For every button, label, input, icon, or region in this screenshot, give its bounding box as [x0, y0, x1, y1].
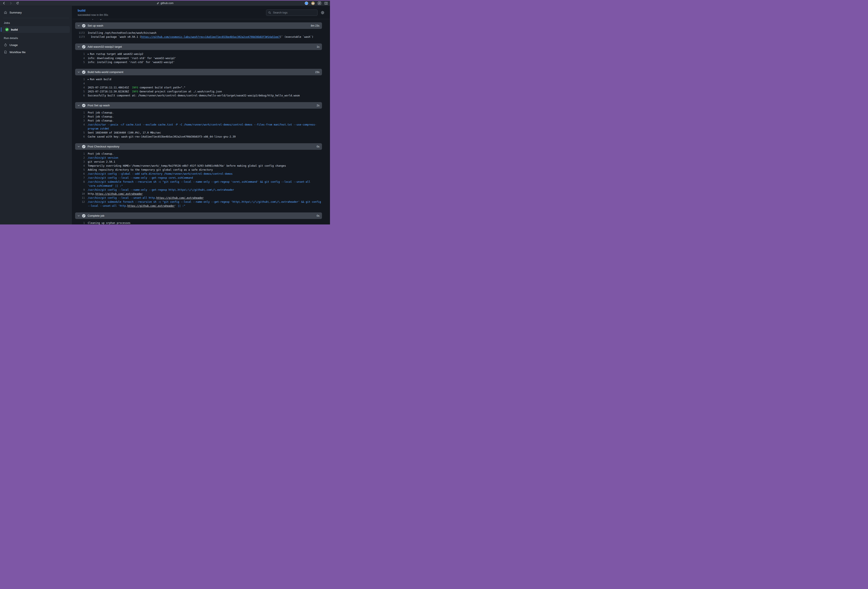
log-segment: /usr/bin/git config --local --name-only …	[88, 176, 193, 179]
log-line-text: 2025-07-23T16:11:11.486143Z INFO compone…	[88, 86, 322, 90]
section-lines: 1Post job cleanup.2Post job cleanup.3Pos…	[75, 109, 322, 141]
section-title: Post Set up wash	[87, 104, 110, 107]
log-line-text	[88, 82, 322, 86]
log-line-text: /usr/bin/git submodule foreach --recursi…	[88, 180, 322, 188]
reload-icon	[16, 2, 19, 5]
log-line-text: /usr/bin/git config --local --name-only …	[88, 176, 322, 180]
line-number: 1	[75, 77, 85, 82]
log-line: 1171Compiling wash v0.50.1	[75, 19, 322, 21]
log-segment: Post job cleanup.	[88, 152, 114, 155]
log-line: 3Post job cleanup.	[75, 119, 322, 123]
line-number: 4	[75, 164, 85, 168]
line-number: 4	[75, 56, 85, 61]
log-section-header[interactable]: Set up wash8m 23s	[75, 22, 322, 29]
log-line: 5Adding repository directory to the temp…	[75, 168, 322, 172]
sidebar-item-workflow-file[interactable]: Workflow file	[0, 49, 72, 56]
step-success-icon	[82, 24, 86, 27]
log-line: 5info: installing component 'rust-std' f…	[75, 61, 322, 64]
job-header: build succeeded now in 8m 55s	[72, 6, 330, 19]
log-section-header[interactable]: Add wasm32-wasip2 target1s	[75, 43, 322, 50]
log-segment: /usr/bin/git version	[88, 156, 118, 159]
log-link[interactable]: https://github.com/cosmonic-labs/wash?re…	[141, 35, 280, 38]
log-line-text: Installed package `wash v0.50.1 (https:/…	[88, 35, 322, 39]
section-lines: 1▶Run wash build442025-07-23T16:11:11.48…	[75, 75, 322, 100]
section-lines: 1Post job cleanup.2/usr/bin/git version3…	[75, 150, 322, 211]
avatar-icon	[311, 1, 315, 5]
line-number: 1	[75, 221, 85, 224]
section-title: Complete job	[87, 214, 105, 217]
log-segment: Cleaning up orphan processes	[88, 221, 130, 224]
section-title: Post Checkout repository	[87, 145, 120, 148]
log-line-text: Adding repository directory to the tempo…	[88, 168, 322, 172]
log-section-header[interactable]: Complete job0s	[75, 213, 322, 219]
log-line: 9/usr/bin/git config --local --name-only…	[75, 188, 322, 192]
log-line: 52025-07-23T16:11:30.822638Z INFO Genera…	[75, 90, 322, 94]
log-segment: Compiling wash v0.50.1	[88, 19, 121, 20]
step-success-icon	[82, 45, 86, 49]
extensions-button[interactable]	[317, 1, 321, 5]
sidebar-job-build[interactable]: build	[2, 26, 70, 33]
sidebar-item-usage[interactable]: Usage	[0, 41, 72, 49]
log-segment: Post job cleanup.	[88, 111, 114, 114]
log-segment: /usr/bin/git config --global --add safe.…	[88, 172, 233, 175]
log-segment: Temporarily overriding HOME='/home/runne…	[88, 164, 286, 167]
search-logs-box[interactable]	[266, 9, 317, 16]
section-lines: 1Cleaning up orphan processes	[75, 219, 322, 224]
log-viewport[interactable]: 1171Compiling wash v0.50.1 Set up wash8m…	[72, 19, 330, 224]
job-title[interactable]: build	[78, 9, 108, 12]
log-line-text: Compiling wash v0.50.1	[88, 19, 322, 21]
log-section-header[interactable]: Build hello-world component23s	[75, 69, 322, 75]
log-line: 2/usr/bin/git version	[75, 156, 322, 160]
reload-button[interactable]	[16, 1, 19, 5]
log-line-text: 2025-07-23T16:11:30.822638Z INFO Generat…	[88, 90, 322, 94]
jobs-heading: Jobs	[0, 19, 72, 26]
log-section-header[interactable]: Post Set up wash2s	[75, 102, 322, 109]
log-section-header[interactable]: Post Checkout repository0s	[75, 143, 322, 150]
log-segment: Installed package `wash v0.50.1 (	[88, 35, 141, 38]
section-title: Set up wash	[87, 24, 103, 27]
log-line-text: /usr/bin/git config --local --unset-all …	[88, 196, 322, 200]
line-number: 1	[75, 52, 85, 56]
log-link[interactable]: https://github.com/.extraheader	[156, 196, 204, 199]
log-segment: Cache saved with key: wash-git-rev-14a51…	[88, 135, 236, 138]
log-line: 8/usr/bin/git submodule foreach --recurs…	[75, 180, 322, 188]
log-section: Post Checkout repository0s1Post job clea…	[75, 143, 322, 211]
log-line: 4/usr/bin/tar --posix -cf cache.tzst --e…	[75, 123, 322, 131]
log-line-text: Post job cleanup.	[88, 115, 322, 119]
log-line: 5Sent 16834460 of 16834460 (100.0%), 17.…	[75, 131, 322, 135]
log-segment: Successfully built component at: /home/r…	[88, 94, 300, 97]
url-field[interactable]: github.com	[156, 1, 173, 6]
log-line-text: Successfully built component at: /home/r…	[88, 94, 322, 98]
search-logs-input[interactable]	[273, 11, 316, 14]
log-section: Add wasm32-wasip2 target1s1▶Run rustup t…	[75, 43, 322, 67]
log-link[interactable]: https://github.com/.extraheader	[95, 192, 143, 195]
onepassword-button[interactable]	[304, 1, 308, 5]
log-segment: git version 2.50.1	[88, 160, 115, 163]
log-line: 6Successfully built component at: /home/…	[75, 94, 322, 98]
log-line-text: Post job cleanup.	[88, 119, 322, 123]
forward-button[interactable]	[9, 1, 13, 5]
success-check-icon	[5, 28, 9, 31]
log-line-text: /usr/bin/tar --posix -cf cache.tzst --ex…	[88, 123, 322, 131]
log-line-text[interactable]: ▶Run rustup target add wasm32-wasip2	[88, 52, 322, 56]
line-number: 6	[75, 135, 85, 139]
log-segment: Generated project configuration at ./.wa…	[138, 90, 222, 93]
log-line-text: Sent 16834460 of 16834460 (100.0%), 17.0…	[88, 131, 322, 135]
log-section: Post Set up wash2s1Post job cleanup.2Pos…	[75, 102, 322, 141]
back-button[interactable]	[2, 1, 6, 5]
log-segment: /usr/bin/git submodule foreach --recursi…	[88, 180, 312, 187]
log-line-text: /usr/bin/git version	[88, 156, 322, 160]
job-status-text: succeeded now in 8m 55s	[78, 13, 108, 16]
log-line-text[interactable]: ▶Run wash build	[88, 77, 322, 82]
sidebar-item-summary[interactable]: Summary	[0, 9, 72, 16]
log-link[interactable]: https://github.com/.extraheader	[127, 204, 175, 207]
chevron-down-icon	[77, 46, 80, 48]
log-line: 6/usr/bin/git config --global --add safe…	[75, 172, 322, 176]
profile-avatar[interactable]	[311, 1, 315, 5]
split-view-button[interactable]	[324, 1, 328, 5]
log-section: Set up wash8m 23s1172Installing /opt/hos…	[75, 22, 322, 41]
log-section: Build hello-world component23s1▶Run wash…	[75, 69, 322, 100]
log-segment: Post job cleanup.	[88, 119, 114, 122]
line-number: 5	[75, 61, 85, 64]
log-settings-button[interactable]	[321, 11, 325, 15]
